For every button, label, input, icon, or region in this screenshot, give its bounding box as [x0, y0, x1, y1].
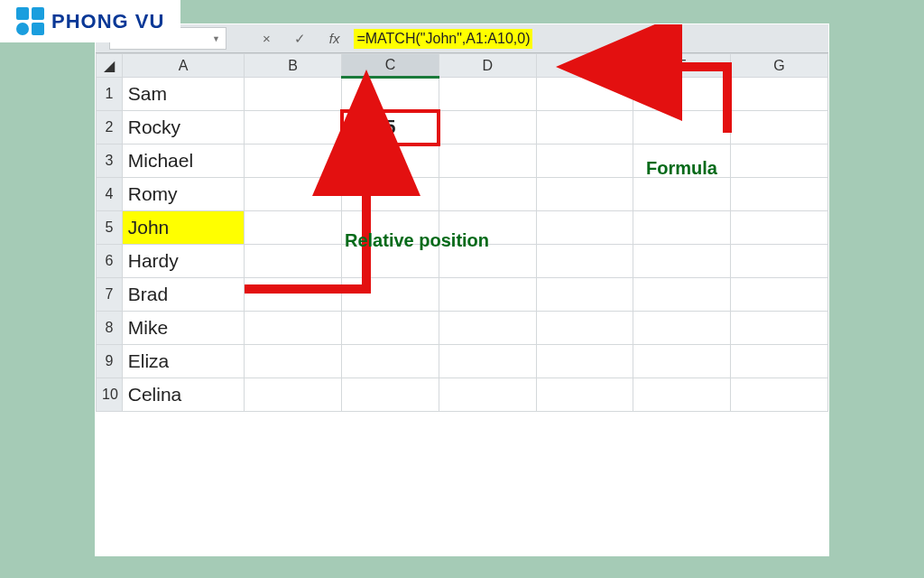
- cell-C10[interactable]: [342, 378, 439, 412]
- col-header-D[interactable]: D: [439, 54, 536, 78]
- cell-G10[interactable]: [731, 378, 828, 412]
- cell-C1[interactable]: [342, 78, 439, 111]
- cell-A8[interactable]: Mike: [122, 312, 245, 345]
- cell-F9[interactable]: [633, 345, 731, 378]
- logo-text: PHONG VU: [51, 10, 164, 33]
- excel-window: ▼ × ✓ fx =MATCH("John",A1:A10,0) ◢ A B C…: [95, 23, 829, 556]
- row-header[interactable]: 7: [97, 278, 123, 312]
- cell-G1[interactable]: [731, 78, 828, 111]
- cell-C2[interactable]: 5: [342, 111, 439, 144]
- table-row: 10Celina: [97, 378, 828, 412]
- fx-icon[interactable]: fx: [329, 31, 340, 46]
- cell-B5[interactable]: [245, 211, 342, 245]
- cell-D9[interactable]: [439, 345, 536, 378]
- cell-F4[interactable]: [633, 178, 731, 211]
- cell-F1[interactable]: [633, 78, 731, 111]
- row-header[interactable]: 10: [97, 378, 123, 412]
- col-header-B[interactable]: B: [245, 54, 342, 78]
- col-header-E[interactable]: E: [536, 54, 633, 78]
- cell-A4[interactable]: Romy: [122, 178, 245, 211]
- cell-G4[interactable]: [731, 178, 828, 211]
- cell-G5[interactable]: [731, 211, 828, 245]
- cell-D8[interactable]: [439, 312, 536, 345]
- cell-A10[interactable]: Celina: [122, 378, 245, 412]
- cell-E2[interactable]: [536, 111, 633, 144]
- cell-A2[interactable]: Rocky: [122, 111, 245, 144]
- cell-A7[interactable]: Brad: [122, 278, 245, 312]
- cell-B4[interactable]: [245, 178, 342, 211]
- row-header[interactable]: 2: [97, 111, 123, 144]
- table-row: 1Sam: [97, 78, 828, 111]
- cell-F6[interactable]: [633, 245, 731, 278]
- cell-E8[interactable]: [536, 312, 633, 345]
- cell-E7[interactable]: [536, 278, 633, 312]
- cell-E4[interactable]: [536, 178, 633, 211]
- cell-F7[interactable]: [633, 278, 731, 312]
- row-header[interactable]: 1: [97, 78, 123, 111]
- row-header[interactable]: 5: [97, 211, 123, 245]
- cell-C7[interactable]: [342, 278, 439, 312]
- cell-B7[interactable]: [245, 278, 342, 312]
- cell-G8[interactable]: [731, 312, 828, 345]
- col-header-F[interactable]: F: [633, 54, 731, 78]
- cell-E1[interactable]: [536, 78, 633, 111]
- col-header-C[interactable]: C: [342, 54, 439, 78]
- cell-A9[interactable]: Eliza: [122, 345, 245, 378]
- cell-E6[interactable]: [536, 245, 633, 278]
- row-header[interactable]: 4: [97, 178, 123, 211]
- cell-D1[interactable]: [439, 78, 536, 111]
- cell-E3[interactable]: [536, 144, 633, 178]
- cell-E9[interactable]: [536, 345, 633, 378]
- cell-B10[interactable]: [245, 378, 342, 412]
- cell-B2[interactable]: [245, 111, 342, 144]
- table-row: 3Michael: [97, 144, 828, 178]
- cell-G3[interactable]: [731, 144, 828, 178]
- cell-G7[interactable]: [731, 278, 828, 312]
- cell-G2[interactable]: [731, 111, 828, 144]
- brand-logo: PHONG VU: [0, 0, 180, 42]
- cell-B3[interactable]: [245, 144, 342, 178]
- select-all-corner[interactable]: ◢: [97, 54, 123, 78]
- annotation-relative-position: Relative position: [345, 230, 489, 251]
- cell-D3[interactable]: [439, 144, 536, 178]
- row-header[interactable]: 8: [97, 312, 123, 345]
- enter-icon[interactable]: ✓: [294, 31, 306, 47]
- cell-F2[interactable]: [633, 111, 731, 144]
- formula-input[interactable]: =MATCH("John",A1:A10,0): [350, 27, 828, 50]
- cell-C8[interactable]: [342, 312, 439, 345]
- cell-A3[interactable]: Michael: [122, 144, 245, 178]
- cell-B8[interactable]: [245, 312, 342, 345]
- cell-G6[interactable]: [731, 245, 828, 278]
- chevron-down-icon[interactable]: ▼: [212, 34, 220, 43]
- row-header[interactable]: 3: [97, 144, 123, 178]
- cell-E10[interactable]: [536, 378, 633, 412]
- annotation-formula-label: Formula: [646, 158, 717, 179]
- cell-B9[interactable]: [245, 345, 342, 378]
- cell-F8[interactable]: [633, 312, 731, 345]
- cell-C3[interactable]: [342, 144, 439, 178]
- row-header[interactable]: 9: [97, 345, 123, 378]
- cell-A1[interactable]: Sam: [122, 78, 245, 111]
- cell-F5[interactable]: [633, 211, 731, 245]
- cell-D7[interactable]: [439, 278, 536, 312]
- cell-A5[interactable]: John: [122, 211, 245, 245]
- formula-text: =MATCH("John",A1:A10,0): [354, 29, 532, 49]
- cell-C9[interactable]: [342, 345, 439, 378]
- cell-C4[interactable]: [342, 178, 439, 211]
- cell-G9[interactable]: [731, 345, 828, 378]
- cell-D10[interactable]: [439, 378, 536, 412]
- cell-A6[interactable]: Hardy: [122, 245, 245, 278]
- table-row: 7Brad: [97, 278, 828, 312]
- table-row: 8Mike: [97, 312, 828, 345]
- cell-B1[interactable]: [245, 78, 342, 111]
- col-header-A[interactable]: A: [122, 54, 245, 78]
- cell-D4[interactable]: [439, 178, 536, 211]
- formula-bar: ▼ × ✓ fx =MATCH("John",A1:A10,0): [96, 24, 828, 53]
- cell-F10[interactable]: [633, 378, 731, 412]
- cancel-icon[interactable]: ×: [263, 31, 271, 46]
- row-header[interactable]: 6: [97, 245, 123, 278]
- cell-D2[interactable]: [439, 111, 536, 144]
- cell-B6[interactable]: [245, 245, 342, 278]
- cell-E5[interactable]: [536, 211, 633, 245]
- col-header-G[interactable]: G: [731, 54, 828, 78]
